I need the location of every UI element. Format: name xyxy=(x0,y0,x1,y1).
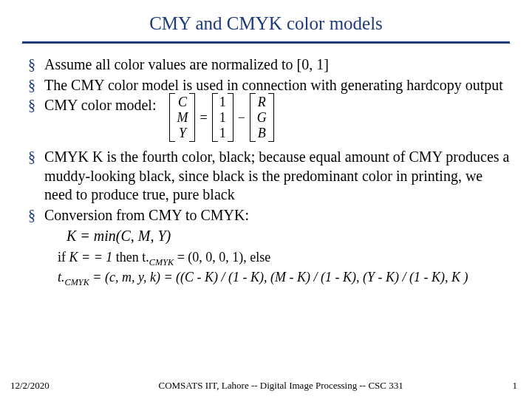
if-line: if K = = 1 then t.CMYK = (0, 0, 0, 1), e… xyxy=(58,248,510,268)
matrix-cell: R xyxy=(258,95,266,110)
text: K = = 1 xyxy=(69,250,113,265)
text: t. xyxy=(58,270,65,284)
bullet-list-2: CMYK K is the fourth color, black; becau… xyxy=(28,148,510,245)
bullet-item: Assume all color values are normalized t… xyxy=(28,55,510,75)
footer-page-number: 1 xyxy=(513,380,518,392)
matrix-cell: 1 xyxy=(219,110,226,126)
text: then t. xyxy=(112,250,149,265)
text: = (0, 0, 0, 1), else xyxy=(174,250,270,265)
cmy-vector: C M Y xyxy=(169,93,195,142)
matrix-cell: B xyxy=(258,126,266,141)
rgb-vector: R G B xyxy=(250,93,274,142)
bullet-list: Assume all color values are normalized t… xyxy=(28,55,510,142)
bullet-item: Conversion from CMY to CMYK: K = min(C, … xyxy=(28,206,510,245)
text: = (c, m, y, k) = ((C - K) / (1 - K), (M … xyxy=(89,270,468,284)
title-rule xyxy=(22,41,510,44)
bullet-item: The CMY color model is used in connectio… xyxy=(28,76,510,95)
bullet-text: Conversion from CMY to CMYK: xyxy=(44,207,249,223)
footer-center: COMSATS IIT, Lahore -- Digital Image Pro… xyxy=(50,380,513,392)
subscript: CMYK xyxy=(65,277,89,287)
matrix-cell: M xyxy=(177,110,188,126)
slide-footer: 12/2/2020 COMSATS IIT, Lahore -- Digital… xyxy=(0,380,532,392)
slide-title: CMY and CMYK color models xyxy=(22,13,510,34)
footer-date: 12/2/2020 xyxy=(10,380,50,392)
minus-sign: − xyxy=(238,109,245,126)
bullet-text: CMY color model: xyxy=(44,96,156,115)
matrix-cell: 1 xyxy=(219,95,226,110)
equals-sign: = xyxy=(200,109,207,126)
equation-kmin: K = min(C, M, Y) xyxy=(66,227,510,246)
matrix-cell: G xyxy=(257,110,267,126)
bullet-item: CMYK K is the fourth color, black; becau… xyxy=(28,148,510,205)
else-line: t.CMYK = (c, m, y, k) = ((C - K) / (1 - … xyxy=(58,268,510,288)
matrix-cell: C xyxy=(178,95,187,110)
subscript: CMYK xyxy=(149,257,174,267)
matrix-cell: Y xyxy=(179,126,186,141)
bullet-item: CMY color model: C M Y = 1 1 1 xyxy=(28,96,510,142)
matrix-cell: 1 xyxy=(219,126,226,141)
text: if xyxy=(58,250,69,265)
ones-vector: 1 1 1 xyxy=(212,93,233,142)
conversion-details: if K = = 1 then t.CMYK = (0, 0, 0, 1), e… xyxy=(58,248,510,288)
cmy-matrix-equation: C M Y = 1 1 1 − R G xyxy=(169,93,273,142)
